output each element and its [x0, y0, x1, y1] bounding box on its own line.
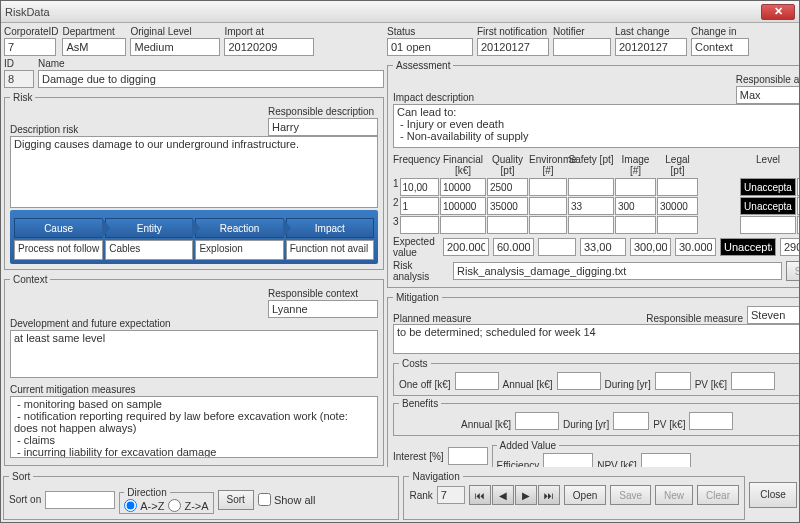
r3-freq[interactable]	[400, 216, 439, 234]
r3-legal[interactable]	[657, 216, 698, 234]
exp-fin[interactable]	[443, 238, 489, 256]
nav-prev-icon[interactable]: ◀	[492, 485, 514, 505]
resp-measure-input[interactable]	[747, 306, 799, 324]
open-button[interactable]: Open	[564, 485, 606, 505]
nav-last-icon[interactable]: ⏭	[538, 485, 560, 505]
close-button[interactable]: Close	[749, 482, 797, 508]
pv-ben-input[interactable]	[689, 412, 733, 430]
r1-legal[interactable]	[657, 178, 698, 196]
impact-desc-text[interactable]: Can lead to: - Injury or even death - No…	[393, 104, 799, 148]
clear-button[interactable]: Clear	[697, 485, 739, 505]
r1-qual[interactable]	[487, 178, 528, 196]
oneoff-input[interactable]	[455, 372, 499, 390]
r2-saf[interactable]	[568, 197, 614, 215]
efficiency-input[interactable]	[543, 453, 593, 467]
nav-first-icon[interactable]: ⏮	[469, 485, 491, 505]
exp-img[interactable]	[630, 238, 671, 256]
sort-on-input[interactable]	[45, 491, 115, 509]
r3-qual[interactable]	[487, 216, 528, 234]
original-level-input[interactable]	[130, 38, 220, 56]
during-cost-input[interactable]	[655, 372, 691, 390]
npv-input[interactable]	[641, 453, 691, 467]
r2-freq[interactable]	[400, 197, 439, 215]
name-label: Name	[38, 58, 384, 69]
r3-mon[interactable]	[797, 216, 799, 234]
last-change-label: Last change	[615, 26, 687, 37]
desc-risk-text[interactable]: Digging causes damage to our underground…	[10, 136, 378, 208]
status-input[interactable]	[387, 38, 473, 56]
resp-assess-input[interactable]	[736, 86, 799, 104]
col-safety: Safety [pt]	[568, 153, 614, 177]
new-button[interactable]: New	[655, 485, 693, 505]
oneoff-label: One off [k€]	[399, 379, 451, 390]
first-notif-input[interactable]	[477, 38, 549, 56]
mitigation-group: Mitigation Planned measure Responsible m…	[387, 292, 799, 467]
r2-level	[740, 197, 796, 215]
risk-analysis-input[interactable]	[453, 262, 782, 280]
radio-az[interactable]: A->Z	[124, 499, 164, 512]
change-in-input[interactable]	[691, 38, 749, 56]
show-all-checkbox[interactable]: Show all	[258, 493, 316, 506]
r1-env[interactable]	[529, 178, 567, 196]
r1-saf[interactable]	[568, 178, 614, 196]
r3-env[interactable]	[529, 216, 567, 234]
sort-button[interactable]: Sort	[218, 490, 254, 510]
r2-env[interactable]	[529, 197, 567, 215]
impact-input[interactable]: Function not avail	[286, 240, 374, 260]
pv-cost-input[interactable]	[731, 372, 775, 390]
resp-measure-label: Responsible measure	[646, 313, 743, 324]
reaction-input[interactable]: Explosion	[195, 240, 283, 260]
notifier-input[interactable]	[553, 38, 611, 56]
close-icon[interactable]: ✕	[761, 4, 795, 20]
r3-img[interactable]	[615, 216, 656, 234]
r2-img[interactable]	[615, 197, 656, 215]
id-input	[4, 70, 34, 88]
resp-desc-input[interactable]	[268, 118, 378, 136]
r3-fin[interactable]	[440, 216, 486, 234]
r2-qual[interactable]	[487, 197, 528, 215]
expected-value-label: Expected value	[393, 236, 439, 258]
corporateid-input[interactable]	[4, 38, 56, 56]
r2-legal[interactable]	[657, 197, 698, 215]
planned-measure-text[interactable]: to be determined; scheduled for week 14	[393, 324, 799, 354]
resp-context-input[interactable]	[268, 300, 378, 318]
dev-expect-text[interactable]: at least same level	[10, 330, 378, 378]
r1-fin[interactable]	[440, 178, 486, 196]
name-input[interactable]	[38, 70, 384, 88]
npv-label: NPV [k€]	[597, 460, 636, 467]
annual-cost-label: Annual [k€]	[503, 379, 553, 390]
resp-desc-label: Responsible description	[268, 106, 378, 117]
nav-next-icon[interactable]: ▶	[515, 485, 537, 505]
r1-mon[interactable]	[797, 178, 799, 196]
interest-input[interactable]	[448, 447, 488, 465]
reaction-header: Reaction	[195, 218, 283, 238]
annual-ben-input[interactable]	[515, 412, 559, 430]
last-change-input[interactable]	[615, 38, 687, 56]
sort-on-label: Sort on	[9, 494, 41, 505]
cur-mitig-text[interactable]: - monitoring based on sample - notificat…	[10, 396, 378, 458]
annual-cost-input[interactable]	[557, 372, 601, 390]
radio-za[interactable]: Z->A	[168, 499, 208, 512]
import-at-input[interactable]	[224, 38, 314, 56]
select-file-button[interactable]: Select file	[786, 261, 799, 281]
exp-qual[interactable]	[493, 238, 534, 256]
r2-fin[interactable]	[440, 197, 486, 215]
navigation-group: Navigation Rank ⏮ ◀ ▶ ⏭ Open Save New Cl…	[403, 471, 745, 520]
r2-mon[interactable]	[797, 197, 799, 215]
during-ben-label: During [yr]	[563, 419, 609, 430]
department-input[interactable]	[62, 38, 126, 56]
r1-freq[interactable]	[400, 178, 439, 196]
r3-saf[interactable]	[568, 216, 614, 234]
r1-img[interactable]	[615, 178, 656, 196]
impact-header: Impact	[286, 218, 374, 238]
exp-legal[interactable]	[675, 238, 716, 256]
exp-mon[interactable]	[780, 238, 799, 256]
during-ben-input[interactable]	[613, 412, 649, 430]
exp-env[interactable]	[538, 238, 576, 256]
exp-saf[interactable]	[580, 238, 626, 256]
r3-level[interactable]	[740, 216, 796, 234]
entity-input[interactable]: Cables	[105, 240, 193, 260]
status-label: Status	[387, 26, 473, 37]
save-button[interactable]: Save	[610, 485, 651, 505]
cause-input[interactable]: Process not follow	[14, 240, 103, 260]
